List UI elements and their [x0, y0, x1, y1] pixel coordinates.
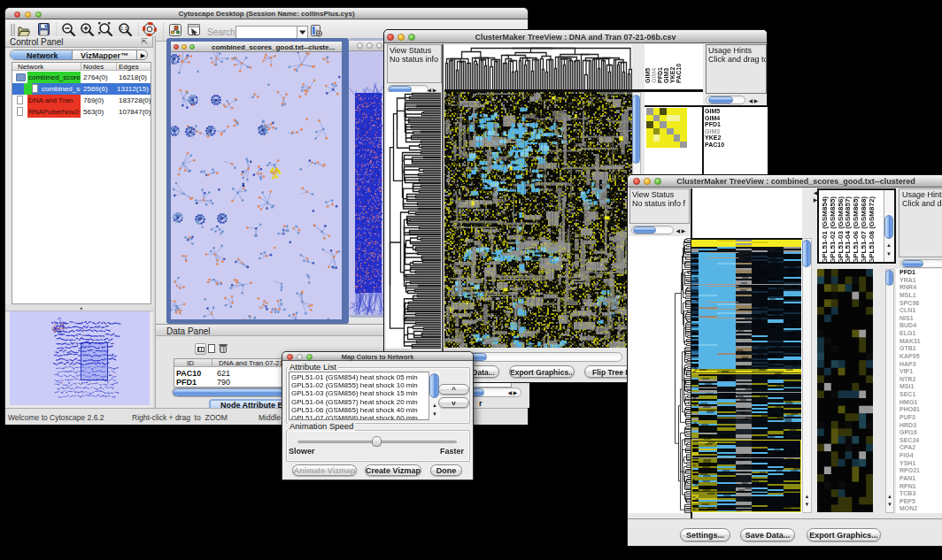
svg-text:Search:: Search: — [207, 27, 237, 37]
svg-text:1:1: 1:1 — [120, 26, 128, 31]
